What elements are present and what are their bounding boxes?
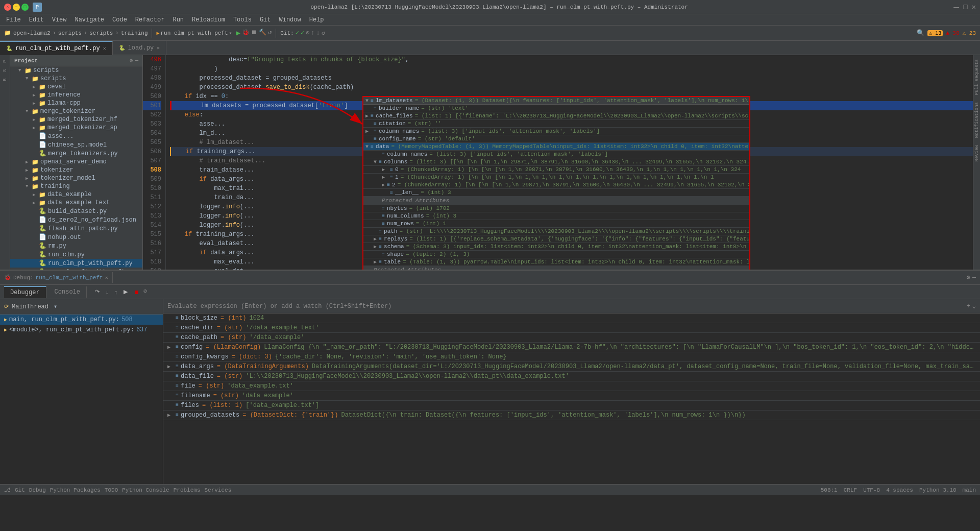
- var-config[interactable]: ▶ ≡ config = (LlamaConfig) LlamaConfig {…: [163, 343, 980, 352]
- watch-settings-btn[interactable]: ⌄: [972, 302, 976, 310]
- dropdown-icon[interactable]: ▾: [229, 30, 232, 36]
- mute-breakpoints-btn[interactable]: ⊘: [143, 287, 147, 296]
- popup-expand-icon[interactable]: ▼: [365, 98, 369, 104]
- right-btn-notifications[interactable]: Notifications: [974, 100, 979, 140]
- tree-run-clm-sft[interactable]: 🐍 run_clm_sft_with_peft.py: [10, 268, 142, 270]
- menu-refactor[interactable]: Refactor: [131, 15, 169, 25]
- replays-expand[interactable]: [374, 236, 377, 242]
- tree-run-clm[interactable]: 🐍 run_clm.py: [10, 250, 142, 259]
- debug-button[interactable]: 🐞: [242, 29, 250, 37]
- tab-load[interactable]: 🐍 load.py ✕: [113, 41, 166, 55]
- step-out-btn[interactable]: ↑: [113, 287, 120, 296]
- tree-data-example-text[interactable]: 📁 data_example_text: [10, 199, 142, 207]
- tree-llama-cpp[interactable]: 📁 llama-cpp: [10, 99, 142, 107]
- menu-git[interactable]: Git: [256, 15, 275, 25]
- python-console-btn[interactable]: Python Console: [122, 487, 169, 493]
- popup-shape[interactable]: ▶ ≡ shape = (tuple: 2) (1, 3): [363, 251, 749, 258]
- menu-file[interactable]: File: [2, 15, 25, 25]
- tab-run-clm[interactable]: 🐍 run_clm_pt_with_peft.py ✕: [0, 41, 113, 55]
- step-into-btn[interactable]: ↓: [104, 287, 111, 296]
- breadcrumb-scripts2[interactable]: scripts: [89, 30, 113, 36]
- grouped-expand[interactable]: ▶: [167, 412, 174, 418]
- reload-button[interactable]: ↺: [268, 29, 272, 37]
- d-columns-expand[interactable]: [374, 159, 377, 165]
- breadcrumb-training[interactable]: training: [121, 30, 148, 36]
- git-check-icon[interactable]: ✓: [296, 29, 299, 37]
- popup-replays[interactable]: ≡ replays = (list: 1) [{'replace_schema_…: [363, 235, 749, 243]
- tree-tokenizer[interactable]: 📁 tokenizer: [10, 166, 142, 174]
- tab-debugger[interactable]: Debugger: [4, 286, 46, 298]
- menu-edit[interactable]: Edit: [25, 15, 48, 25]
- popup-config-name[interactable]: ▶ ≡ config_name = (str) 'default': [363, 135, 749, 143]
- popup-citation[interactable]: ▶ ≡ citation = (str) '': [363, 120, 749, 128]
- frame-0[interactable]: ▶ main, run_clm_pt_with_peft.py:508: [0, 315, 163, 325]
- var-filename[interactable]: ≡ filename = (str) 'data_example': [163, 391, 980, 401]
- step-over-btn[interactable]: ↷: [93, 287, 102, 296]
- tree-tokenizer-model[interactable]: 📁 tokenizer_model: [10, 174, 142, 182]
- var-grouped-datasets[interactable]: ▶ ≡ grouped_datasets = (DatasetDict: {'t…: [163, 411, 980, 420]
- debug-file-link[interactable]: run_clm_pt_with_peft: [36, 275, 103, 281]
- menu-run[interactable]: Run: [168, 15, 188, 25]
- tree-merged-sp[interactable]: 📁 merged_tokenizer_sp: [10, 124, 142, 132]
- thread-dropdown[interactable]: ▾: [54, 303, 57, 310]
- line-ending-label[interactable]: CRLF: [844, 487, 857, 493]
- left-tab-bookmarks[interactable]: B: [1, 76, 9, 84]
- tree-training[interactable]: 📁 training: [10, 182, 142, 190]
- todo-btn[interactable]: TODO: [105, 487, 118, 493]
- menu-reloadium[interactable]: Reloadium: [188, 15, 229, 25]
- popup-column-names[interactable]: ≡ column_names = (list: 3) ['input_ids',…: [363, 128, 749, 135]
- play-button[interactable]: ▶: [236, 29, 240, 37]
- tree-flash-attn[interactable]: 🐍 flash_attn_patch.py: [10, 224, 142, 233]
- popup-nbytes[interactable]: ▶ ≡ nbytes = (int) 1702: [363, 205, 749, 212]
- config-expand[interactable]: ▶: [167, 344, 174, 350]
- data-args-expand[interactable]: ▶: [167, 364, 174, 370]
- sidebar-settings-icon[interactable]: ⚙: [130, 57, 133, 64]
- menu-window[interactable]: Window: [275, 15, 305, 25]
- popup-num-cols[interactable]: ▶ ≡ num_columns = (int) 3: [363, 212, 749, 220]
- close-window-icon[interactable]: ✕: [972, 3, 976, 11]
- frame-1[interactable]: ▶ <module>, run_clm_pt_with_peft.py:637: [0, 325, 163, 335]
- col-names-expand[interactable]: [365, 128, 372, 134]
- tree-openai-server[interactable]: 📁 openai_server_demo: [10, 158, 142, 166]
- popup-cache-files[interactable]: ≡ cache_files = (list: 1) [{'filename': …: [363, 112, 749, 120]
- python-version-label[interactable]: Python 3.10: [919, 487, 957, 493]
- minimize-button[interactable]: −: [13, 4, 20, 11]
- popup-table[interactable]: ≡ table = (Table: (1, 3)) pyarrow.Table\…: [363, 258, 749, 266]
- git-undo-icon[interactable]: ↺: [322, 29, 325, 37]
- maximize-button[interactable]: □: [21, 4, 29, 11]
- col0-expand[interactable]: [382, 166, 388, 173]
- build-button[interactable]: 🔨: [259, 29, 266, 37]
- git-status-icon[interactable]: ⎇: [4, 487, 11, 493]
- col2-expand[interactable]: [382, 182, 385, 188]
- popup-num-rows[interactable]: ▶ ≡ num_rows = (int) 1: [363, 220, 749, 228]
- tree-build-dataset[interactable]: 🐍 build_dataset.py: [10, 207, 142, 215]
- var-config-kwargs[interactable]: ≡ config_kwargs = (dict: 3) {'cache_dir'…: [163, 352, 980, 362]
- left-tab-project[interactable]: P: [1, 57, 9, 65]
- close-button[interactable]: ×: [4, 4, 11, 11]
- left-tab-structure[interactable]: S: [1, 66, 9, 75]
- tab-close-icon[interactable]: ✕: [103, 45, 106, 52]
- tree-asse[interactable]: 📄 asse...: [10, 132, 142, 140]
- var-data-file[interactable]: ≡ data_file = (str) 'L:\\20230713_Huggin…: [163, 372, 980, 381]
- debug-status-btn[interactable]: Debug: [29, 487, 46, 493]
- run-config-label[interactable]: run_clm_pt_with_peft: [161, 30, 228, 36]
- python-packages-btn[interactable]: Python Packages: [50, 487, 101, 493]
- tree-rm[interactable]: 🐍 rm.py: [10, 242, 142, 250]
- popup-schema[interactable]: ≡ schema = (Schema: 3) input_ids: list<i…: [363, 243, 749, 251]
- var-cache-path[interactable]: ≡ cache_path = (str) '/data_example': [163, 333, 980, 343]
- tree-run-clm-pt[interactable]: 🐍 run_clm_pt_with_peft.py: [10, 259, 142, 268]
- popup-data-row[interactable]: ≡ data = (MemoryMappedTable: (1, 3)) Mem…: [363, 143, 749, 151]
- menu-view[interactable]: View: [48, 15, 71, 25]
- sidebar-collapse-icon[interactable]: —: [135, 57, 138, 64]
- git-status-label[interactable]: Git: [15, 487, 25, 493]
- minimize-icon[interactable]: —: [953, 2, 959, 12]
- indent-label[interactable]: 4 spaces: [886, 487, 913, 493]
- tree-scripts2[interactable]: 📁 scripts: [10, 75, 142, 83]
- add-watch-btn[interactable]: +: [967, 303, 970, 310]
- git-push-icon[interactable]: ↑: [311, 30, 314, 37]
- table-expand[interactable]: [374, 259, 377, 265]
- breadcrumb-scripts1[interactable]: scripts: [58, 30, 82, 36]
- menu-help[interactable]: Help: [305, 15, 328, 25]
- debug-close2-icon[interactable]: —: [972, 274, 976, 281]
- stop-button[interactable]: ⏹: [251, 29, 257, 37]
